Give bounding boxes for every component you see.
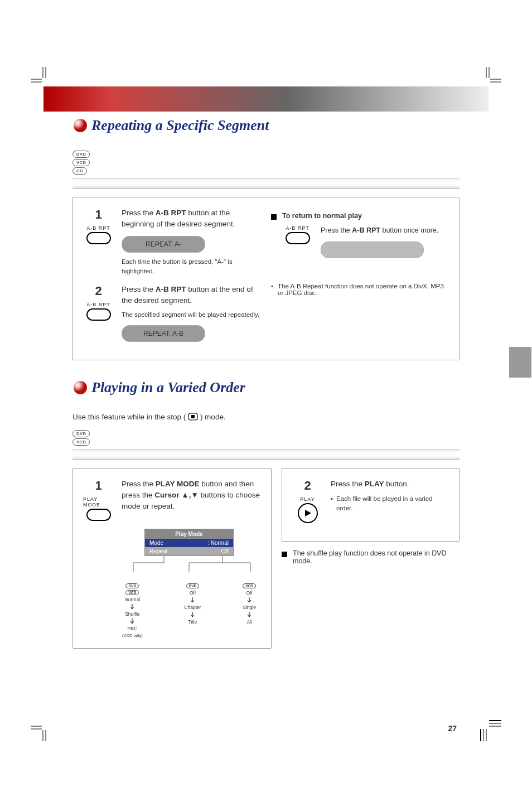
text: Use this feature while in the stop ( (72, 413, 188, 421)
play-mode-button-icon (86, 509, 111, 521)
osd-display: REPEAT: A- (122, 236, 205, 253)
disc-badge-cd: CD (72, 167, 87, 175)
disc-badge-dvd: DVD (72, 430, 90, 437)
osd-value: : Normal (207, 540, 229, 546)
cancel-heading: To return to normal play (282, 212, 362, 220)
option-tree: DVD VCD Normal Shuffle PBC (VCD only) DV… (122, 583, 256, 638)
disc-badges: DVD VCD (72, 430, 460, 446)
tree-item: Off (190, 590, 196, 596)
header-gradient-band (43, 86, 489, 112)
osd-value: : Off (218, 548, 229, 554)
mini-badge: VCD (125, 590, 139, 595)
step-number-2: 2 (95, 284, 101, 298)
mini-badge: VCD (243, 583, 256, 588)
osd-display-blank (321, 241, 424, 258)
crop-mark (479, 719, 501, 741)
text: Cursor (154, 491, 179, 499)
ab-repeat-button-icon (286, 232, 310, 244)
text: ▲,▼ (181, 491, 198, 499)
bullet: • (331, 494, 333, 514)
playmode-osd: Play Mode Mode: Normal Repeat: Off (144, 529, 234, 556)
button-label: A-B RPT (86, 302, 110, 307)
square-bullet-icon (271, 214, 277, 220)
note-text: The shuffle play function does not opera… (293, 549, 460, 565)
text: Each file will be played in a varied ord… (336, 494, 449, 514)
step-number-1: 1 (95, 207, 101, 222)
tree-item: Off (246, 590, 253, 596)
play-button-icon (298, 503, 318, 523)
disc-badge-vcd: VCD (72, 438, 90, 446)
square-bullet-icon (282, 552, 287, 557)
svg-point-19 (74, 381, 87, 394)
text: Press the (122, 209, 156, 217)
tree-item: PBC (128, 625, 137, 632)
svg-point-18 (74, 119, 87, 132)
step-note: The specified segment will be played rep… (122, 310, 261, 320)
osd-title: Play Mode (145, 529, 233, 539)
disc-badge-dvd: DVD (72, 151, 90, 158)
side-note: The A-B Repeat function does not operate… (278, 283, 449, 296)
button-label: PLAY (300, 496, 315, 502)
tree-fine: (VCD only) (122, 633, 143, 638)
page-number: 27 (448, 724, 457, 733)
crop-mark (485, 67, 501, 84)
tree-connector (122, 556, 256, 578)
step-number-1: 1 (95, 479, 101, 493)
tree-item: All (246, 619, 252, 625)
text: PLAY (365, 480, 384, 488)
tree-item: Single (243, 604, 256, 611)
crop-mark (31, 724, 47, 741)
text: A-B RPT (156, 209, 186, 217)
mini-badge: DVD (186, 583, 200, 588)
text: button once more. (380, 226, 438, 234)
button-label: PLAY MODE (83, 496, 114, 508)
tree-item: Shuffle (125, 611, 139, 617)
side-tab (509, 347, 531, 378)
osd-label: Mode (149, 540, 207, 546)
disc-badges: DVD VCD CD (72, 151, 460, 175)
text: Press the (331, 480, 365, 488)
banner-strip (72, 178, 460, 189)
disc-badge-vcd: VCD (72, 159, 90, 166)
text: Press the (122, 285, 156, 293)
tree-item: Chapter (184, 604, 201, 611)
button-label: A-B RPT (86, 225, 110, 231)
section-bullet-icon (72, 380, 88, 395)
text: PLAY MODE (156, 480, 200, 488)
mini-badge: DVD (125, 583, 139, 588)
text: Press the (122, 480, 156, 488)
button-label: A-B RPT (286, 225, 309, 231)
section-title-2: Playing in a Varied Order (91, 379, 245, 396)
section-title-1: Repeating a Specific Segment (91, 117, 269, 134)
svg-rect-21 (191, 415, 195, 418)
down-arrow-icon (248, 612, 251, 617)
stop-icon (188, 413, 198, 421)
text: A-B RPT (352, 226, 380, 234)
text: button. (384, 480, 409, 488)
step-note: Each time the button is pressed, "A-" is… (122, 257, 261, 277)
down-arrow-icon (130, 619, 134, 624)
ab-repeat-button-icon (86, 308, 111, 321)
down-arrow-icon (130, 604, 134, 610)
osd-label: Repeat (149, 548, 218, 554)
down-arrow-icon (191, 597, 194, 603)
crop-mark (31, 67, 47, 84)
svg-marker-35 (305, 510, 311, 516)
banner-strip (72, 449, 460, 460)
text: ) mode. (200, 413, 226, 421)
osd-display: REPEAT: A-B (122, 325, 205, 342)
section-bullet-icon (72, 118, 88, 133)
note-marker: • (271, 283, 273, 296)
tree-item: Title (188, 619, 197, 625)
down-arrow-icon (248, 597, 251, 603)
step-number-2: 2 (304, 479, 311, 493)
tree-item: Normal (125, 596, 140, 603)
text: A-B RPT (156, 285, 186, 293)
down-arrow-icon (191, 612, 194, 617)
text: Press the (321, 226, 352, 234)
ab-repeat-button-icon (86, 232, 111, 244)
